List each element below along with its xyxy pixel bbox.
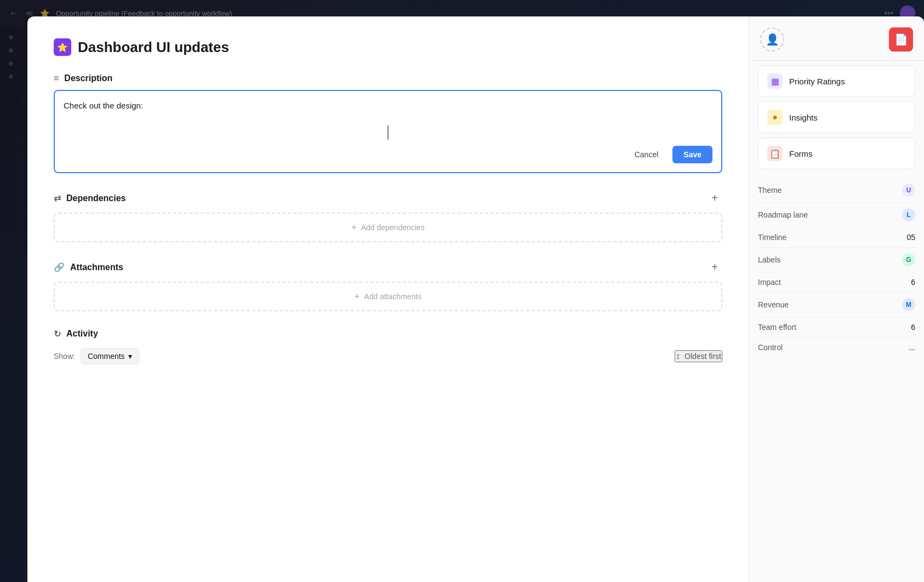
show-label: Show: bbox=[54, 352, 75, 361]
forms-card[interactable]: 📋 Forms bbox=[758, 138, 915, 169]
theme-value: U bbox=[902, 184, 915, 197]
plus-icon-attach: + bbox=[355, 292, 360, 301]
add-attachments-label: Add attachments bbox=[364, 292, 421, 301]
show-filter-group: Show: Comments ▾ bbox=[54, 348, 139, 364]
form-icon: 📋 bbox=[769, 149, 780, 159]
add-dependencies-label: Add dependencies bbox=[361, 223, 425, 232]
user-icon: 👤 bbox=[766, 33, 779, 46]
roadmap-lane-label: Roadmap lane bbox=[758, 210, 808, 219]
description-title: ≡ Description bbox=[54, 73, 112, 83]
attachments-label: Attachments bbox=[70, 263, 123, 272]
theme-badge: U bbox=[902, 184, 915, 197]
description-actions: | Cancel Save bbox=[64, 146, 712, 163]
prop-team-effort[interactable]: Team effort 6 bbox=[758, 317, 915, 338]
forms-label: Forms bbox=[789, 149, 813, 158]
doc-icon: 📄 bbox=[894, 33, 908, 46]
labels-label: Labels bbox=[758, 255, 780, 264]
dependencies-icon: ⇄ bbox=[54, 193, 61, 203]
sidebar-properties: Theme U Roadmap lane L Timeline 05 Label… bbox=[749, 174, 924, 362]
modal-title-row: ⭐ Dashboard UI updates bbox=[54, 38, 722, 56]
priority-ratings-label: Priority Ratings bbox=[789, 77, 845, 86]
attachments-header: 🔗 Attachments + bbox=[54, 260, 722, 275]
dependencies-title: ⇄ Dependencies bbox=[54, 193, 126, 203]
dependencies-header: ⇄ Dependencies + bbox=[54, 191, 722, 206]
forms-inner: 📋 Forms bbox=[767, 146, 906, 161]
prop-timeline[interactable]: Timeline 05 bbox=[758, 227, 915, 248]
modal-content-area: ⭐ Dashboard UI updates ≡ Description Che… bbox=[27, 16, 749, 582]
add-attachment-button[interactable]: + bbox=[707, 260, 722, 275]
insights-label: Insights bbox=[789, 113, 818, 122]
sidebar-cards-section: ▦ Priority Ratings ● Insights 📋 bbox=[749, 65, 924, 169]
activity-icon: ↻ bbox=[54, 329, 61, 339]
cancel-button[interactable]: Cancel bbox=[626, 146, 668, 163]
document-icon-button[interactable]: 📄 bbox=[889, 27, 913, 52]
theme-label: Theme bbox=[758, 186, 782, 195]
sidebar-top-row: 👤 📄 bbox=[749, 27, 924, 61]
activity-controls: Show: Comments ▾ ↕ Oldest first bbox=[54, 348, 722, 364]
priority-ratings-inner: ▦ Priority Ratings bbox=[767, 73, 906, 89]
modal-title-icon: ⭐ bbox=[54, 38, 71, 56]
team-effort-value: 6 bbox=[911, 323, 915, 332]
control-value: ... bbox=[909, 343, 915, 352]
activity-label: Activity bbox=[66, 329, 98, 339]
insights-icon: ● bbox=[767, 110, 783, 125]
attachments-icon: 🔗 bbox=[54, 262, 65, 272]
main-modal: ⭐ Dashboard UI updates ≡ Description Che… bbox=[27, 16, 924, 582]
team-effort-label: Team effort bbox=[758, 323, 796, 332]
chevron-down-icon: ▾ bbox=[128, 352, 132, 361]
attachments-title: 🔗 Attachments bbox=[54, 262, 123, 272]
add-dependency-button[interactable]: + bbox=[707, 191, 722, 206]
sort-icon: ↕ bbox=[676, 351, 680, 361]
insights-inner: ● Insights bbox=[767, 110, 906, 125]
description-icon: ≡ bbox=[54, 73, 59, 83]
bulb-icon: ● bbox=[772, 112, 778, 122]
dependencies-section: ⇄ Dependencies + + Add dependencies bbox=[54, 191, 722, 242]
prop-control[interactable]: Control ... bbox=[758, 338, 915, 357]
description-box[interactable]: Check out the design: | Cancel Save bbox=[54, 90, 722, 173]
plus-icon: + bbox=[351, 222, 356, 232]
revenue-value: M bbox=[902, 298, 915, 311]
revenue-badge: M bbox=[902, 298, 915, 311]
save-button[interactable]: Save bbox=[672, 146, 712, 163]
dependencies-label: Dependencies bbox=[66, 193, 126, 203]
modal-title-text: Dashboard UI updates bbox=[78, 39, 229, 56]
sort-order-button[interactable]: ↕ Oldest first bbox=[675, 350, 722, 362]
revenue-label: Revenue bbox=[758, 300, 789, 309]
labels-value: G bbox=[902, 253, 915, 266]
labels-badge: G bbox=[902, 253, 915, 266]
add-attachments-box[interactable]: + Add attachments bbox=[54, 282, 722, 311]
prop-roadmap-lane[interactable]: Roadmap lane L bbox=[758, 203, 915, 227]
comments-filter-dropdown[interactable]: Comments ▾ bbox=[81, 348, 139, 364]
control-label: Control bbox=[758, 343, 783, 352]
roadmap-lane-badge: L bbox=[902, 208, 915, 221]
activity-section: ↻ Activity Show: Comments ▾ ↕ Oldest fir… bbox=[54, 329, 722, 364]
insights-card[interactable]: ● Insights bbox=[758, 101, 915, 133]
prop-labels[interactable]: Labels G bbox=[758, 248, 915, 272]
grid-icon: ▦ bbox=[771, 76, 779, 87]
star-icon: ⭐ bbox=[57, 42, 68, 53]
description-header: ≡ Description bbox=[54, 73, 722, 83]
attachments-section: 🔗 Attachments + + Add attachments bbox=[54, 260, 722, 311]
priority-ratings-card[interactable]: ▦ Priority Ratings bbox=[758, 65, 915, 97]
impact-value: 6 bbox=[911, 278, 915, 287]
modal-sidebar: 👤 📄 ▦ Priority Ratings bbox=[749, 16, 924, 582]
priority-ratings-icon: ▦ bbox=[767, 73, 783, 89]
timeline-label: Timeline bbox=[758, 233, 786, 242]
description-label: Description bbox=[64, 73, 112, 83]
description-textarea[interactable]: Check out the design: bbox=[64, 100, 712, 137]
forms-icon: 📋 bbox=[767, 146, 783, 161]
comments-filter-label: Comments bbox=[88, 352, 125, 361]
activity-title: ↻ Activity bbox=[54, 329, 722, 339]
prop-impact[interactable]: Impact 6 bbox=[758, 272, 915, 293]
roadmap-lane-value: L bbox=[902, 208, 915, 221]
prop-theme[interactable]: Theme U bbox=[758, 178, 915, 203]
sort-label: Oldest first bbox=[685, 352, 721, 361]
impact-label: Impact bbox=[758, 278, 781, 287]
assignee-avatar[interactable]: 👤 bbox=[760, 27, 784, 52]
prop-revenue[interactable]: Revenue M bbox=[758, 293, 915, 317]
timeline-value: 05 bbox=[906, 233, 915, 242]
add-dependencies-box[interactable]: + Add dependencies bbox=[54, 213, 722, 242]
description-section: ≡ Description Check out the design: | Ca… bbox=[54, 73, 722, 173]
